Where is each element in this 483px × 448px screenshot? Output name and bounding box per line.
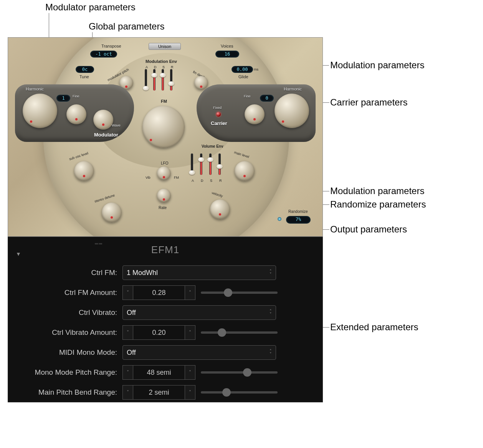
- car-fine-knob[interactable]: [245, 104, 265, 124]
- main-pitch-bend-spinner[interactable]: ˅ 2 semi ˄: [122, 385, 195, 400]
- randomize-area: 7%: [278, 216, 316, 224]
- chevron-updown-icon: ˄˅: [270, 270, 272, 276]
- lfo-vib-label: Vib: [146, 176, 151, 180]
- velocity-knob[interactable]: [210, 199, 230, 219]
- modenv-a-slider[interactable]: [145, 69, 147, 91]
- glide-display[interactable]: 0.00: [232, 66, 253, 73]
- voices-display[interactable]: 16: [215, 51, 239, 58]
- callout-carrier: Carrier parameters: [330, 97, 407, 108]
- mod-harmonic-display[interactable]: 1: [56, 95, 70, 102]
- rate-knob[interactable]: [157, 189, 171, 203]
- ctrl-fm-dropdown[interactable]: 1 ModWhl ˄˅: [122, 265, 276, 280]
- ctrl-fm-amount-label: Ctrl FM Amount:: [8, 288, 122, 297]
- modenv-s-slider[interactable]: [162, 69, 164, 91]
- ctrl-fm-amount-spinner[interactable]: ˅ 0.28 ˄: [122, 285, 195, 300]
- row-ctrl-vibrato-amount: Ctrl Vibrato Amount: ˅ 0.20 ˄: [8, 323, 323, 343]
- randomize-trigger-led[interactable]: [278, 217, 281, 221]
- increment-button[interactable]: ˄: [185, 365, 195, 380]
- car-harmonic-display[interactable]: 0: [260, 95, 274, 102]
- row-mono-pitch-range: Mono Mode Pitch Range: ˅ 48 semi ˄: [8, 362, 323, 382]
- mod-harmonic-knob[interactable]: [23, 94, 57, 128]
- main-level-knob[interactable]: [235, 161, 255, 181]
- volenv-a-label: A: [192, 179, 194, 183]
- fm-knob[interactable]: [142, 106, 185, 148]
- volenv-d-slider[interactable]: [200, 153, 202, 175]
- callout-output: Output parameters: [330, 224, 407, 235]
- tune-display[interactable]: 0c: [76, 66, 94, 73]
- volenv-d-label: D: [201, 179, 203, 183]
- stereo-detune-knob[interactable]: [102, 203, 122, 222]
- fixed-led[interactable]: [216, 112, 221, 117]
- transpose-display[interactable]: -1 oct: [90, 51, 117, 58]
- voices-label: Voices: [221, 44, 233, 48]
- modulator-section-label: Modulator: [94, 132, 118, 138]
- car-harmonic-knob[interactable]: [275, 94, 309, 128]
- modenv-s-label: S: [162, 65, 165, 69]
- increment-button[interactable]: ˄: [185, 285, 195, 300]
- randomize-display[interactable]: 7%: [286, 216, 311, 224]
- ctrl-fm-label: Ctrl FM:: [8, 268, 122, 277]
- volenv-a-slider[interactable]: [191, 153, 193, 175]
- mono-pitch-range-slider[interactable]: [201, 371, 278, 374]
- mono-pitch-range-value[interactable]: 48 semi: [133, 365, 185, 380]
- modenv-a-label: A: [146, 65, 148, 69]
- carrier-section-label: Carrier: [211, 120, 227, 126]
- main-pitch-bend-label: Main Pitch Bend Range:: [8, 388, 122, 397]
- ctrl-vibrato-dropdown[interactable]: Off ˄˅: [122, 305, 276, 320]
- midi-mono-value: Off: [127, 349, 136, 357]
- volenv-r-label: R: [219, 179, 222, 183]
- ctrl-vibrato-amount-value[interactable]: 0.20: [133, 325, 185, 340]
- mod-fine-label: Fine: [73, 94, 79, 98]
- mod-wave-label: Wave: [112, 124, 121, 127]
- row-ctrl-fm-amount: Ctrl FM Amount: ˅ 0.28 ˄: [8, 283, 323, 303]
- fm-depth-knob[interactable]: [194, 76, 208, 90]
- decrement-button[interactable]: ˅: [122, 385, 133, 400]
- volenv-s-slider[interactable]: [209, 153, 212, 175]
- extended-panel-title: EFM1: [8, 237, 323, 256]
- decrement-button[interactable]: ˅: [122, 325, 133, 340]
- car-fixed-label: Fixed: [213, 106, 222, 110]
- main-pitch-bend-value[interactable]: 2 semi: [133, 385, 185, 400]
- mono-pitch-range-label: Mono Mode Pitch Range:: [8, 368, 122, 377]
- fm-knob-label: FM: [161, 99, 167, 104]
- transpose-label: Transpose: [101, 44, 121, 48]
- row-midi-mono: MIDI Mono Mode: Off ˄˅: [8, 343, 323, 362]
- lfo-knob[interactable]: [157, 166, 171, 180]
- row-main-pitch-bend: Main Pitch Bend Range: ˅ 2 semi ˄: [8, 382, 323, 402]
- ctrl-vibrato-amount-spinner[interactable]: ˅ 0.20 ˄: [122, 325, 195, 340]
- row-ctrl-fm: Ctrl FM: 1 ModWhl ˄˅: [8, 263, 323, 283]
- ctrl-fm-amount-value[interactable]: 0.28: [133, 285, 185, 300]
- decrement-button[interactable]: ˅: [122, 365, 133, 380]
- lfo-label: LFO: [161, 161, 168, 165]
- callout-modulation-2: Modulation parameters: [330, 186, 424, 196]
- randomize-label: Randomize: [288, 209, 308, 214]
- mod-env-title: Modulation Env: [146, 59, 177, 64]
- ctrl-vibrato-amount-slider[interactable]: [201, 331, 278, 334]
- chevron-updown-icon: ˄˅: [270, 310, 272, 316]
- sub-osc-knob[interactable]: [74, 161, 94, 181]
- main-pitch-bend-slider[interactable]: [201, 391, 278, 394]
- volenv-r-slider[interactable]: [218, 153, 221, 175]
- callout-modulation-1: Modulation parameters: [330, 60, 424, 71]
- mod-fine-knob[interactable]: [66, 104, 86, 124]
- car-fine-label: Fine: [244, 94, 251, 98]
- increment-button[interactable]: ˄: [185, 385, 195, 400]
- disclosure-triangle-icon[interactable]: ▼: [16, 251, 21, 257]
- increment-button[interactable]: ˄: [185, 325, 195, 340]
- decrement-button[interactable]: ˅: [122, 285, 133, 300]
- ctrl-fm-amount-slider[interactable]: [201, 292, 278, 294]
- mono-pitch-range-spinner[interactable]: ˅ 48 semi ˄: [122, 365, 195, 380]
- modenv-d-slider[interactable]: [153, 69, 155, 91]
- unison-button[interactable]: Unison: [149, 43, 181, 50]
- modenv-r-slider[interactable]: [170, 69, 172, 91]
- volenv-s-label: S: [210, 179, 212, 183]
- mod-wave-knob[interactable]: [93, 110, 113, 130]
- glide-label: Glide: [238, 74, 248, 79]
- ctrl-vibrato-amount-label: Ctrl Vibrato Amount:: [8, 328, 122, 337]
- lfo-fm-label: FM: [174, 176, 179, 180]
- callout-randomize: Randomize parameters: [330, 199, 426, 210]
- ctrl-fm-value: 1 ModWhl: [127, 269, 158, 277]
- midi-mono-dropdown[interactable]: Off ˄˅: [122, 345, 276, 360]
- panel-gripper-icon[interactable]: ══: [95, 241, 103, 246]
- efm1-synth-panel: Transpose -1 oct Unison Voices 16 0c Tun…: [8, 37, 323, 237]
